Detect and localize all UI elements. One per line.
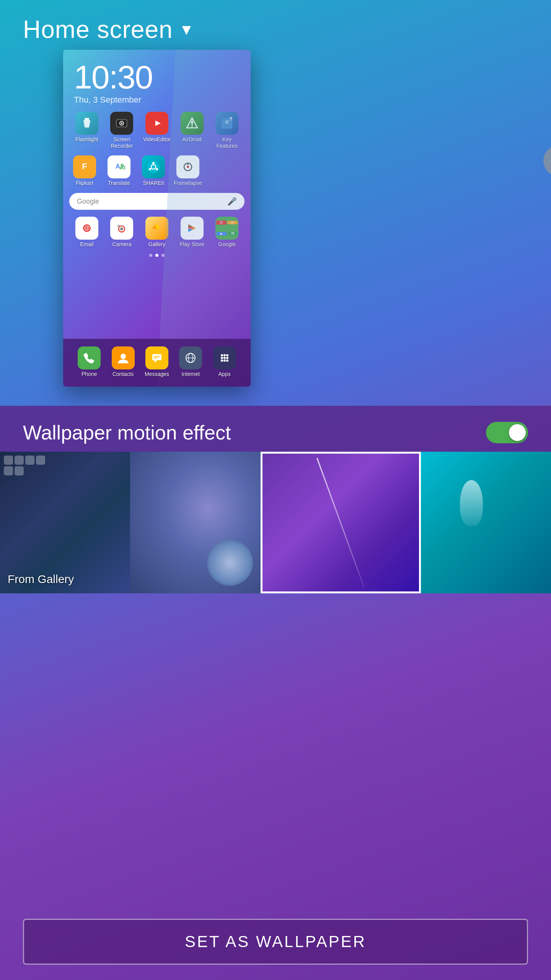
svg-point-35 bbox=[117, 225, 120, 227]
screen-recorder-icon bbox=[110, 112, 133, 135]
set-wallpaper-label: SET AS WALLPAPER bbox=[185, 933, 366, 951]
recorder-svg bbox=[115, 116, 129, 130]
app-key-features[interactable]: ≡ ? Key Features bbox=[212, 112, 242, 149]
mini-icon-1 bbox=[4, 456, 13, 465]
framelapse-icon bbox=[176, 155, 199, 178]
app-video-editor[interactable]: VideoEditor bbox=[142, 112, 172, 149]
video-editor-label: VideoEditor bbox=[143, 136, 171, 143]
edit-button[interactable]: ✏ bbox=[543, 145, 551, 176]
app-flipkart[interactable]: F Flipkart bbox=[69, 155, 100, 186]
clock-date: Thu, 3 September bbox=[74, 95, 240, 105]
mini-icon-4 bbox=[36, 456, 45, 465]
svg-marker-9 bbox=[187, 118, 197, 128]
dock-internet[interactable]: Internet bbox=[175, 346, 206, 377]
app-row-3: @ Email Camera bbox=[63, 214, 251, 251]
app-translate[interactable]: A あ Translate bbox=[104, 155, 134, 186]
dropdown-arrow-icon[interactable]: ▼ bbox=[179, 21, 194, 38]
wallpaper-space[interactable] bbox=[130, 452, 260, 593]
keyfeatures-svg: ≡ ? bbox=[220, 116, 234, 130]
svg-rect-45 bbox=[152, 354, 161, 360]
svg-point-34 bbox=[120, 227, 123, 230]
translate-label: Translate bbox=[108, 180, 130, 186]
svg-point-60 bbox=[226, 359, 228, 362]
set-wallpaper-button[interactable]: SET AS WALLPAPER bbox=[23, 919, 528, 965]
clock-area: 10:30 Thu, 3 September bbox=[63, 50, 251, 109]
svg-marker-46 bbox=[154, 360, 157, 363]
flashlight-icon bbox=[75, 112, 98, 135]
flipkart-svg: F bbox=[78, 160, 91, 174]
svg-text:F: F bbox=[82, 162, 87, 171]
svg-marker-43 bbox=[188, 224, 193, 230]
mic-icon[interactable]: 🎤 bbox=[227, 197, 237, 206]
toggle-knob bbox=[509, 424, 526, 441]
svg-marker-42 bbox=[188, 229, 193, 232]
mini-icon-3 bbox=[25, 456, 34, 465]
google-icon: G ✉ ▶ 🗺 bbox=[215, 217, 238, 240]
airdroid-svg bbox=[185, 116, 199, 130]
dock-apps[interactable]: Apps bbox=[209, 346, 240, 377]
phone-svg bbox=[83, 352, 95, 364]
svg-point-6 bbox=[121, 122, 122, 124]
wallpaper-from-gallery[interactable]: From Gallery bbox=[0, 452, 130, 593]
header: Home screen ▼ bbox=[23, 15, 194, 44]
svg-point-53 bbox=[223, 354, 226, 356]
internet-icon bbox=[179, 346, 202, 369]
svg-point-52 bbox=[221, 354, 223, 356]
wallpaper-current[interactable] bbox=[261, 452, 421, 593]
app-airdroid[interactable]: AirDroid bbox=[177, 112, 207, 149]
app-google[interactable]: G ✉ ▶ 🗺 Google bbox=[212, 217, 242, 248]
svg-marker-41 bbox=[193, 227, 196, 230]
app-camera[interactable]: Camera bbox=[106, 217, 137, 248]
svg-point-11 bbox=[191, 121, 193, 124]
space-orb bbox=[207, 540, 253, 586]
page-title: Home screen bbox=[23, 15, 173, 44]
video-svg bbox=[150, 116, 164, 130]
app-gallery[interactable]: Gallery bbox=[142, 217, 172, 248]
wallpaper-motion-section: Wallpaper motion effect bbox=[0, 406, 551, 459]
app-framelapse[interactable]: Framelapse bbox=[173, 155, 203, 186]
google-search-bar[interactable]: Google 🎤 bbox=[69, 193, 245, 210]
svg-point-44 bbox=[121, 354, 126, 359]
page-indicator bbox=[63, 254, 251, 257]
flipkart-icon: F bbox=[73, 155, 96, 178]
app-play-store[interactable]: Play Store bbox=[177, 217, 207, 248]
email-label: Email bbox=[80, 241, 93, 248]
app-screen-recorder[interactable]: Screen Recorder bbox=[106, 112, 137, 149]
dock-apps-label: Apps bbox=[218, 371, 231, 377]
wallpaper-motion-toggle[interactable] bbox=[486, 422, 528, 443]
svg-point-26 bbox=[184, 163, 192, 171]
page-dot-2 bbox=[155, 254, 158, 257]
dock-phone[interactable]: Phone bbox=[74, 346, 104, 377]
email-icon: @ bbox=[75, 217, 98, 240]
app-flashlight[interactable]: Flashlight bbox=[72, 112, 102, 149]
apps-svg bbox=[218, 352, 231, 364]
svg-point-57 bbox=[226, 357, 228, 359]
wallpaper-line bbox=[316, 458, 365, 588]
phone-icon bbox=[78, 346, 101, 369]
internet-svg bbox=[184, 352, 197, 364]
svg-marker-39 bbox=[188, 224, 196, 232]
camera-svg bbox=[115, 221, 129, 235]
flashlight-label: Flashlight bbox=[75, 136, 98, 143]
screen-recorder-label: Screen Recorder bbox=[106, 136, 137, 149]
from-gallery-label: From Gallery bbox=[8, 573, 74, 586]
google-search-label: Google bbox=[77, 198, 99, 206]
clock-time: 10:30 bbox=[74, 60, 240, 93]
svg-point-22 bbox=[152, 162, 155, 164]
app-shareit[interactable]: SHAREit bbox=[138, 155, 169, 186]
wallpaper-water[interactable] bbox=[421, 452, 551, 593]
apps-icon bbox=[213, 346, 236, 369]
gallery-thumb-icons bbox=[4, 456, 45, 475]
mini-icon-2 bbox=[15, 456, 24, 465]
app-row-2: F Flipkart A あ Translate bbox=[63, 152, 251, 189]
water-element bbox=[460, 480, 483, 526]
svg-rect-12 bbox=[222, 118, 232, 129]
phone-screen: 10:30 Thu, 3 September Flashlight bbox=[63, 50, 251, 387]
dock-messages[interactable]: Messages bbox=[142, 346, 172, 377]
framelapse-svg bbox=[181, 160, 195, 174]
app-email[interactable]: @ Email bbox=[72, 217, 102, 248]
flipkart-label: Flipkart bbox=[76, 180, 93, 186]
svg-text:あ: あ bbox=[119, 163, 126, 170]
dock-contacts[interactable]: Contacts bbox=[108, 346, 139, 377]
translate-icon: A あ bbox=[108, 155, 130, 178]
